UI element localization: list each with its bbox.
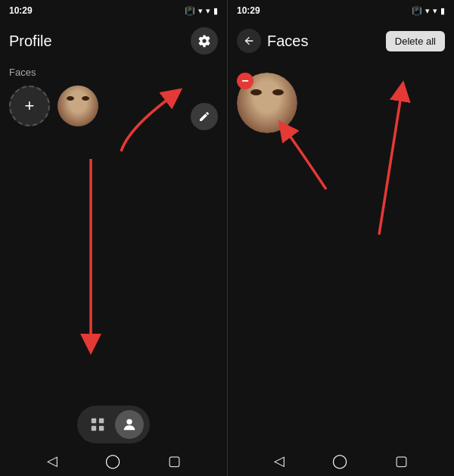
left-bottom-nav bbox=[0, 403, 227, 446]
delete-all-button[interactable]: Delete all bbox=[386, 31, 445, 51]
r-signal-icon: ▾ bbox=[433, 6, 437, 16]
left-top-bar: Profile bbox=[0, 21, 227, 61]
back-nav-left[interactable]: ◁ bbox=[47, 453, 58, 469]
right-system-nav: ◁ ◯ ▢ bbox=[228, 446, 454, 476]
svg-rect-4 bbox=[92, 426, 96, 431]
face-avatar-1[interactable] bbox=[58, 86, 98, 126]
svg-rect-5 bbox=[99, 426, 104, 431]
face-with-badge-container: − bbox=[237, 73, 297, 133]
arrow-to-delete bbox=[303, 76, 424, 242]
faces-section-label: Faces bbox=[9, 67, 218, 78]
nav-item-app[interactable] bbox=[83, 410, 112, 439]
vibrate-icon: 📳 bbox=[185, 6, 195, 16]
r-wifi-icon: ▾ bbox=[425, 6, 430, 16]
remove-badge[interactable]: − bbox=[237, 73, 253, 89]
back-nav-right[interactable]: ◁ bbox=[274, 453, 285, 469]
back-arrow-icon bbox=[243, 35, 255, 47]
signal-icon: ▾ bbox=[206, 6, 210, 16]
r-battery-icon: ▮ bbox=[440, 6, 445, 16]
nav-pill bbox=[77, 406, 150, 443]
right-top-bar-left: Faces bbox=[237, 29, 308, 53]
r-vibrate-icon: 📳 bbox=[412, 6, 422, 16]
right-status-time: 10:29 bbox=[237, 5, 260, 16]
left-system-nav: ◁ ◯ ▢ bbox=[0, 446, 227, 476]
recent-nav-right[interactable]: ▢ bbox=[395, 453, 408, 469]
svg-rect-2 bbox=[92, 418, 96, 423]
right-bottom-nav bbox=[228, 403, 454, 446]
back-button[interactable] bbox=[237, 29, 261, 53]
person-icon bbox=[121, 416, 138, 433]
left-screen-content: Faces + bbox=[0, 61, 227, 403]
faces-row: + bbox=[9, 86, 218, 126]
home-nav-left[interactable]: ◯ bbox=[105, 453, 120, 469]
svg-point-6 bbox=[126, 419, 132, 425]
right-status-icons: 📳 ▾ ▾ ▮ bbox=[412, 6, 445, 16]
battery-icon: ▮ bbox=[213, 6, 218, 16]
settings-button[interactable] bbox=[191, 27, 218, 54]
right-status-bar: 10:29 📳 ▾ ▾ ▮ bbox=[228, 0, 454, 21]
face-image-1 bbox=[58, 86, 98, 126]
plus-icon: + bbox=[25, 96, 35, 116]
gear-icon bbox=[197, 34, 211, 48]
app-icon bbox=[89, 416, 106, 433]
wifi-icon: ▾ bbox=[198, 6, 203, 16]
left-screen-title: Profile bbox=[9, 33, 52, 50]
left-status-time: 10:29 bbox=[9, 5, 33, 16]
left-screen: 10:29 📳 ▾ ▾ ▮ Profile Faces + bbox=[0, 0, 227, 476]
pencil-icon bbox=[198, 110, 210, 123]
home-nav-right[interactable]: ◯ bbox=[332, 453, 347, 469]
right-screen: 10:29 📳 ▾ ▾ ▮ Faces Delete all − bbox=[227, 0, 454, 476]
left-status-bar: 10:29 📳 ▾ ▾ ▮ bbox=[0, 0, 227, 21]
recent-nav-left[interactable]: ▢ bbox=[168, 453, 181, 469]
add-face-button[interactable]: + bbox=[9, 86, 50, 126]
left-status-icons: 📳 ▾ ▾ ▮ bbox=[185, 6, 218, 16]
arrow-to-nav bbox=[61, 151, 121, 363]
right-screen-content: − bbox=[228, 61, 454, 403]
right-screen-title: Faces bbox=[267, 33, 308, 50]
nav-item-profile[interactable] bbox=[115, 410, 144, 439]
edit-faces-button[interactable] bbox=[191, 103, 218, 130]
svg-rect-3 bbox=[99, 418, 104, 423]
right-top-bar: Faces Delete all bbox=[228, 21, 454, 61]
